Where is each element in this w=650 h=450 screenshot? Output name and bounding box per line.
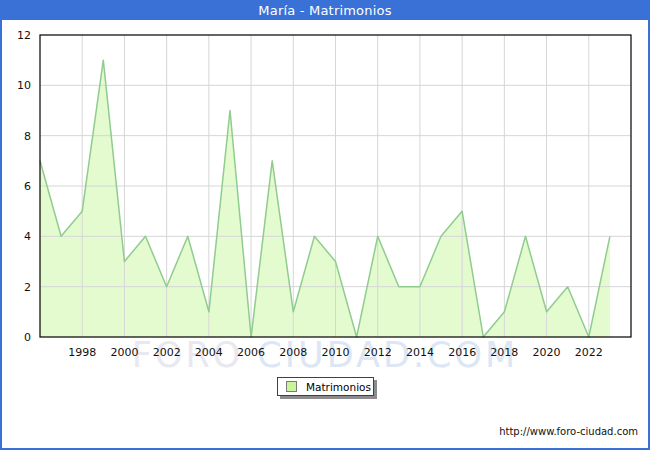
svg-text:6: 6 [24,180,31,193]
svg-text:2000: 2000 [110,346,138,359]
svg-text:8: 8 [24,130,31,143]
svg-text:10: 10 [17,79,31,92]
svg-text:2022: 2022 [575,346,603,359]
svg-text:2020: 2020 [533,346,561,359]
svg-text:2016: 2016 [448,346,476,359]
footer-url: http://www.foro-ciudad.com [499,426,638,437]
svg-text:2014: 2014 [406,346,434,359]
svg-text:1998: 1998 [68,346,96,359]
svg-text:2006: 2006 [237,346,265,359]
legend-label: Matrimonios [306,381,371,393]
svg-text:2004: 2004 [195,346,223,359]
svg-text:12: 12 [17,29,31,42]
chart-window: María - Matrimonios FOROCIUDAD.COM 02468… [0,0,650,450]
svg-text:2012: 2012 [364,346,392,359]
svg-text:2008: 2008 [279,346,307,359]
svg-text:2002: 2002 [153,346,181,359]
svg-text:2018: 2018 [490,346,518,359]
svg-text:2010: 2010 [322,346,350,359]
legend-swatch-icon [286,381,297,392]
y-axis-labels: 024681012 [17,29,31,344]
svg-text:4: 4 [24,230,31,243]
area-series [40,60,610,337]
svg-text:2: 2 [24,281,31,294]
x-axis-labels: 1998200020022004200620082010201220142016… [68,346,603,359]
svg-text:0: 0 [24,331,31,344]
legend: Matrimonios [277,377,374,396]
